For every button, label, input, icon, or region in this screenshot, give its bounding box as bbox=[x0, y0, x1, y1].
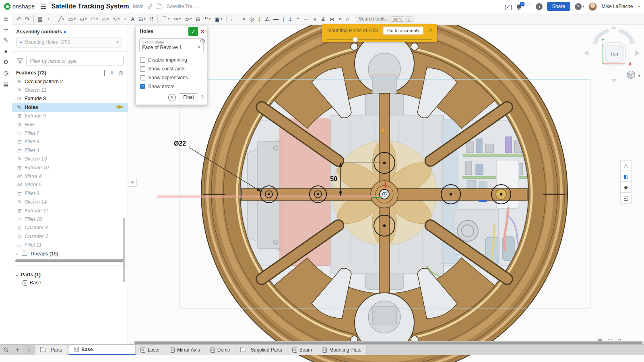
symmetric-constraint-icon[interactable]: ∡ bbox=[319, 15, 327, 23]
app-store-icon[interactable] bbox=[526, 4, 531, 9]
parts-section-header[interactable]: ⌄ Parts (1) bbox=[12, 269, 128, 278]
banner-close-icon[interactable]: ✕ bbox=[428, 27, 433, 33]
workspace-name[interactable]: Main bbox=[133, 4, 143, 9]
trim-tool-icon-caret[interactable]: ▾ bbox=[179, 17, 181, 21]
configurations-icon[interactable]: ⊹ bbox=[4, 27, 8, 32]
user-menu-caret[interactable]: ▾ bbox=[638, 4, 640, 8]
feature-threads-15[interactable]: ›Threads (15) bbox=[12, 249, 128, 258]
line-tool-icon[interactable]: ╱▾ bbox=[57, 15, 66, 23]
sheet-icon[interactable]: ▦ bbox=[36, 15, 44, 23]
feature-fillet-8[interactable]: ◻Fillet 8 bbox=[12, 138, 128, 146]
properties-icon[interactable]: ▤ bbox=[3, 81, 8, 86]
spline-tool-icon[interactable]: ∿▾ bbox=[111, 15, 121, 23]
feature-sketch-13[interactable]: ✎Sketch 13 bbox=[12, 155, 128, 163]
feature-mirror-5[interactable]: ⋈Mirror 5 bbox=[12, 181, 128, 189]
custom-features-icon[interactable]: ✎ bbox=[4, 37, 8, 43]
arc-tool-icon-caret[interactable]: ▾ bbox=[96, 17, 98, 21]
rectangle-tool-icon[interactable]: ▭▾ bbox=[66, 15, 77, 23]
tab-laser[interactable]: Laser bbox=[136, 345, 165, 355]
text-tool-icon[interactable]: A bbox=[130, 15, 136, 23]
clear-selection-icon[interactable]: ✕ bbox=[197, 45, 201, 50]
checkbox-box[interactable] bbox=[140, 75, 145, 80]
section-view-icon[interactable]: ◰ bbox=[620, 193, 632, 204]
document-context-tab[interactable]: Satellite Tra... bbox=[167, 4, 196, 9]
tab-scrollbar-thumb[interactable] bbox=[134, 341, 642, 344]
feature-extrude-8[interactable]: ⊞Extrude 8 bbox=[12, 95, 128, 103]
pattern-tool-icon-caret[interactable]: ▾ bbox=[209, 17, 211, 21]
checkbox-box[interactable]: ✓ bbox=[140, 84, 145, 89]
feature-holes[interactable]: ✎Holes bbox=[12, 103, 128, 111]
checkbox-show-errors[interactable]: ✓Show errors bbox=[136, 82, 207, 91]
add-tab-button[interactable]: + bbox=[12, 345, 23, 355]
checkbox-show-expressions[interactable]: Show expressions bbox=[136, 73, 207, 82]
isometric-cube-icon[interactable] bbox=[627, 71, 635, 79]
assembly-context-select[interactable]: ● Mounting Holes STS ▾ bbox=[16, 37, 122, 47]
sketch-plane-field[interactable]: Sketch plane Face of Revolve 1 ✕ bbox=[139, 38, 204, 52]
view-cube[interactable]: Top Y X ▾ bbox=[580, 23, 644, 84]
insert-image-icon[interactable]: ▣▾ bbox=[213, 15, 224, 23]
vertical-constraint-icon[interactable]: | bbox=[281, 15, 285, 23]
notifications-icon[interactable]: 2 bbox=[517, 4, 521, 8]
view-menu-caret[interactable]: ▾ bbox=[638, 74, 640, 78]
offset-tool-icon-caret[interactable]: ▾ bbox=[190, 17, 192, 21]
mirror-tool-icon-caret[interactable]: ▾ bbox=[144, 17, 146, 21]
arc-tool-icon[interactable]: ◠▾ bbox=[89, 15, 100, 23]
normal-constraint-icon[interactable]: ⋎ bbox=[311, 15, 318, 23]
redo-icon[interactable]: ↷ bbox=[23, 15, 31, 23]
horizontal-constraint-icon[interactable]: — bbox=[272, 15, 280, 23]
insert-image-icon-caret[interactable]: ▾ bbox=[221, 17, 223, 21]
slot-tool-icon[interactable]: ⌐ bbox=[229, 15, 235, 23]
feature-hole[interactable]: ⊚Hole bbox=[12, 120, 128, 129]
sketch-point[interactable] bbox=[381, 129, 385, 133]
dialog-help-icon[interactable]: ? bbox=[201, 95, 204, 100]
tab-dome[interactable]: Dome bbox=[205, 345, 235, 355]
feature-filter-input[interactable]: Filter by name or type bbox=[26, 56, 124, 66]
perpendicular-constraint-icon[interactable]: ⊥ bbox=[287, 15, 294, 23]
named-views-icon[interactable]: △ bbox=[620, 160, 632, 171]
panel-flyout-handle[interactable]: ≡ bbox=[128, 178, 137, 187]
tab-supplied-parts[interactable]: Supplied Parts bbox=[235, 345, 287, 355]
expand-chevron-icon[interactable]: › bbox=[16, 251, 21, 256]
fillet-sketch-icon-caret[interactable]: ▾ bbox=[168, 17, 170, 21]
help-icon[interactable]: ?▾ bbox=[575, 3, 584, 10]
final-button[interactable]: Final bbox=[179, 93, 198, 101]
go-to-assembly-button[interactable]: Go to assembly bbox=[383, 27, 423, 35]
fillet-sketch-icon[interactable]: ⌒▾ bbox=[160, 14, 171, 23]
comments-icon[interactable]: ● bbox=[4, 48, 7, 54]
trim-tool-icon[interactable]: ✂▾ bbox=[172, 15, 182, 23]
rollback-bar[interactable] bbox=[15, 259, 124, 262]
featurescript-icon[interactable]: {✓} bbox=[504, 4, 512, 10]
midpoint-constraint-icon[interactable]: ⋯ bbox=[302, 15, 310, 23]
polygon-tool-icon[interactable]: ◇▾ bbox=[100, 15, 110, 23]
user-name[interactable]: Mike LaFleche bbox=[601, 4, 633, 9]
feature-circular-pattern-2[interactable]: ⊛Circular pattern 2 bbox=[12, 77, 128, 86]
checkbox-box[interactable] bbox=[140, 66, 145, 72]
curvature-constraint-icon[interactable]: ≈ bbox=[337, 15, 343, 23]
pierce-constraint-icon[interactable]: ∩ bbox=[344, 15, 351, 23]
home-tab-button[interactable]: ⌂ bbox=[23, 345, 35, 355]
learning-center-icon[interactable]: ◑ bbox=[536, 3, 543, 10]
feature-fillet-10[interactable]: ◻Fillet 10 bbox=[12, 215, 128, 223]
dialog-cancel-button[interactable]: ✕ bbox=[198, 27, 207, 36]
context-slider-track[interactable] bbox=[327, 39, 432, 40]
offset-tool-icon[interactable]: ⊃▾ bbox=[183, 15, 193, 23]
feature-sketch-14[interactable]: ✎Sketch 14 bbox=[12, 197, 128, 206]
exploded-view-icon[interactable]: ◆ bbox=[620, 182, 632, 193]
tangent-constraint-icon[interactable]: ∠ bbox=[263, 15, 271, 23]
fix-constraint-icon[interactable]: ⋈ bbox=[328, 15, 336, 23]
use-edge-icon[interactable]: ⠿ bbox=[148, 15, 155, 23]
add-folder-icon[interactable] bbox=[104, 70, 105, 76]
view-orientation-icon[interactable]: ◧ bbox=[620, 171, 632, 182]
equal-constraint-icon[interactable]: = bbox=[295, 15, 301, 23]
feature-extrude-11[interactable]: ⊞Extrude 11 bbox=[12, 206, 128, 215]
history-icon[interactable]: ◷ bbox=[3, 70, 8, 76]
mirror-tool-icon[interactable]: ⊡▾ bbox=[137, 15, 147, 23]
rollback-history-icon[interactable]: ◷ bbox=[119, 70, 123, 76]
parallel-constraint-icon[interactable]: ∥ bbox=[256, 15, 262, 23]
context-slider-knob[interactable] bbox=[353, 37, 358, 42]
spline-tool-icon-caret[interactable]: ▾ bbox=[118, 17, 120, 21]
checkbox-disable-imprinting[interactable]: Disable imprinting bbox=[136, 56, 207, 64]
search-tabs-icon[interactable] bbox=[0, 345, 12, 355]
link-icon[interactable] bbox=[147, 4, 153, 9]
onshape-logo-icon[interactable] bbox=[4, 3, 10, 10]
